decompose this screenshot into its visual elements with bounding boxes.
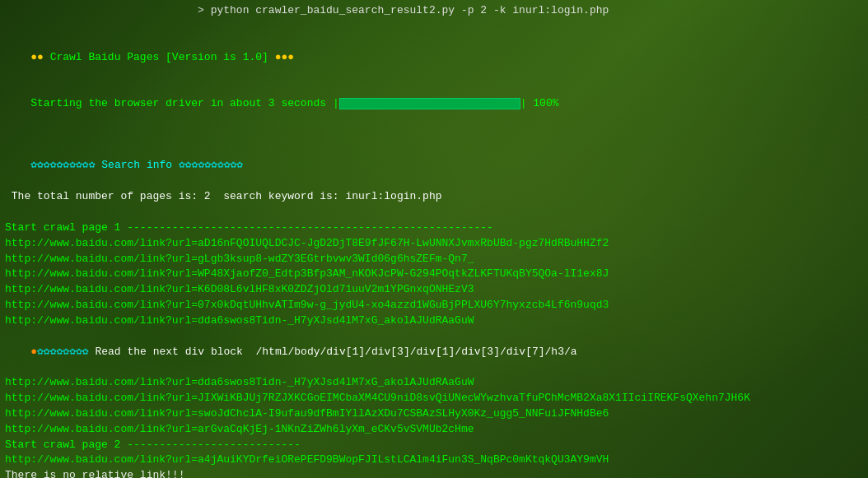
url-p1-4: http://www.baidu.com/link?url=K6D08L6vlH… — [5, 282, 863, 298]
url-p1-6: http://www.baidu.com/link?url=dda6swos8T… — [5, 313, 863, 329]
url-p1-10: http://www.baidu.com/link?url=arGvaCqKjE… — [5, 422, 863, 438]
starting-line: Starting the browser driver in about 3 s… — [5, 81, 863, 128]
search-section-header: ✿✿✿✿✿✿✿✿✿✿ Search info ✿✿✿✿✿✿✿✿✿✿ — [5, 143, 863, 190]
url-p1-3: http://www.baidu.com/link?url=WP48XjaofZ… — [5, 267, 863, 282]
crawl-start1: Start crawl page 1 ---------------------… — [5, 220, 863, 236]
crawl-start2: Start crawl page 2 ---------------------… — [5, 438, 863, 453]
crawl-header: ●● Crawl Baidu Pages [Version is 1.0] ●●… — [5, 35, 863, 81]
blank-line2 — [5, 128, 863, 143]
read-next-line: ●✿✿✿✿✿✿✿✿ Read the next div block /html/… — [5, 329, 863, 376]
url-p2-1: http://www.baidu.com/link?url=a4jAuiKYDr… — [5, 452, 863, 468]
no-link-1: There is no relative link!!! — [5, 468, 863, 478]
url-p1-1: http://www.baidu.com/link?url=aD16nFQOIU… — [5, 236, 863, 252]
total-pages-line: The total number of pages is: 2 search k… — [5, 189, 863, 205]
url-p1-2: http://www.baidu.com/link?url=gLgb3ksup8… — [5, 252, 863, 267]
terminal-window: > python crawler_baidu_search_result2.py… — [0, 0, 868, 478]
url-p1-5: http://www.baidu.com/link?url=07x0kDqtUH… — [5, 298, 863, 313]
blank-line3 — [5, 205, 863, 220]
url-p1-9: http://www.baidu.com/link?url=swoJdChclA… — [5, 406, 863, 422]
url-p1-7: http://www.baidu.com/link?url=dda6swos8T… — [5, 375, 863, 391]
url-p1-8: http://www.baidu.com/link?url=JIXWiKBJUj… — [5, 391, 863, 406]
blank-line — [5, 19, 863, 35]
command-line: > python crawler_baidu_search_result2.py… — [5, 3, 863, 19]
